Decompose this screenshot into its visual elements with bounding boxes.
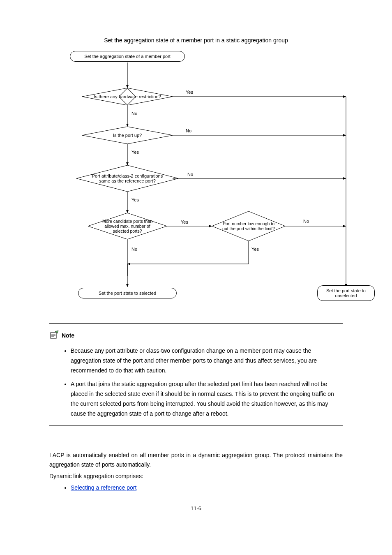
- note-item-1: Because any port attribute or class-two …: [71, 346, 343, 375]
- body-list-item-1: Selecting a reference port: [71, 483, 343, 493]
- d1-no-label: No: [131, 111, 137, 116]
- note-heading-text: Note: [62, 332, 74, 339]
- note-divider-top: [49, 323, 343, 324]
- select-reference-port-link[interactable]: Selecting a reference port: [71, 484, 136, 491]
- note-list: Because any port attribute or class-two …: [49, 346, 343, 419]
- d1-yes-label: Yes: [186, 90, 193, 95]
- end-selected-label: Set the port state to selected: [99, 291, 156, 296]
- body-p2: Dynamic link aggregation comprises:: [49, 472, 343, 481]
- flowchart-diagram: Set the aggregation state of a member po…: [49, 50, 362, 313]
- d4-label: More candidate ports than allowed max. n…: [96, 216, 159, 236]
- note-icon: [49, 330, 59, 340]
- note-block: Note Because any port attribute or class…: [49, 330, 343, 419]
- d3-no-label: No: [187, 172, 193, 177]
- start-node: Set the aggregation state of a member po…: [70, 51, 185, 62]
- d5-label: Port number low enough to put the port w…: [220, 216, 277, 236]
- note-divider-bottom: [49, 426, 343, 426]
- end-unselected-label: Set the port state to unselected: [326, 288, 366, 298]
- note-item-2: A port that joins the static aggregation…: [71, 379, 343, 419]
- decision-hardware-box: Is there any hardware restriction?: [83, 88, 172, 105]
- start-label: Set the aggregation state of a member po…: [84, 54, 171, 59]
- d5-no-label: No: [303, 219, 309, 224]
- body-p1: LACP is automatically enabled on all mem…: [49, 451, 343, 470]
- d2-yes-label: Yes: [131, 150, 139, 155]
- d3-label: Port attribute/class-2 configurations sa…: [89, 169, 166, 188]
- d3-yes-label: Yes: [131, 197, 139, 202]
- d5-yes-label: Yes: [251, 247, 259, 252]
- note-heading: Note: [49, 330, 343, 340]
- d4-no-label: No: [131, 247, 137, 252]
- d4-yes-label: Yes: [181, 220, 188, 224]
- body-text: LACP is automatically enabled on all mem…: [49, 451, 343, 493]
- body-list: Selecting a reference port: [49, 483, 343, 493]
- d2-no-label: No: [186, 128, 191, 133]
- figure-title: Set the aggregation state of a member po…: [49, 37, 343, 44]
- end-selected-node: Set the port state to selected: [78, 288, 177, 298]
- end-unselected-node: Set the port state to unselected: [317, 285, 375, 301]
- page-number: 11-6: [49, 505, 343, 511]
- d2-label: Is the port up?: [82, 127, 173, 144]
